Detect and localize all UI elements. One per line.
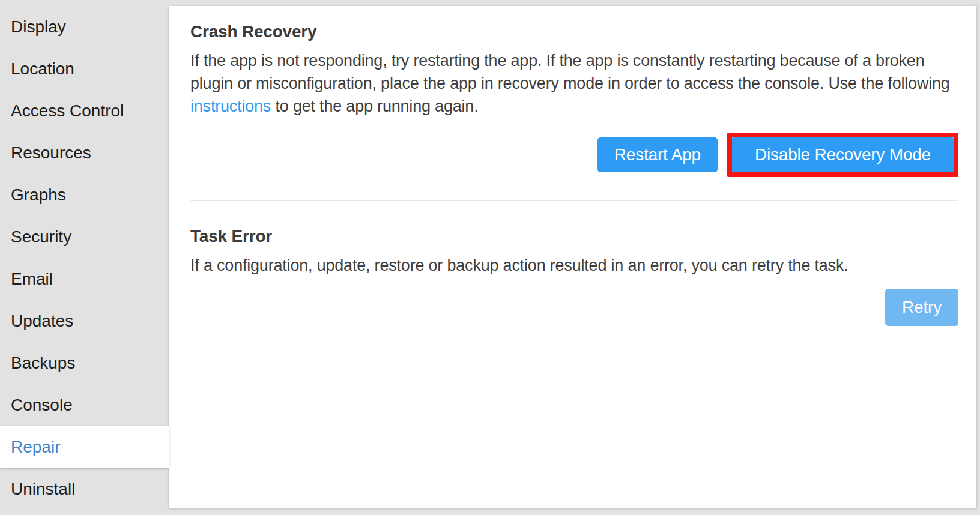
sidebar-item-label: Display bbox=[11, 17, 66, 37]
sidebar-item-backups[interactable]: Backups bbox=[0, 342, 169, 384]
sidebar-item-label: Console bbox=[11, 396, 73, 415]
crash-recovery-section: Crash Recovery If the app is not respond… bbox=[190, 20, 958, 201]
crash-recovery-description: If the app is not responding, try restar… bbox=[190, 49, 958, 118]
crash-recovery-title: Crash Recovery bbox=[190, 20, 958, 43]
sidebar-item-uninstall[interactable]: Uninstall bbox=[0, 468, 169, 510]
sidebar-item-access-control[interactable]: Access Control bbox=[0, 90, 169, 132]
sidebar-item-location[interactable]: Location bbox=[0, 48, 169, 90]
sidebar: DisplayLocationAccess ControlResourcesGr… bbox=[0, 0, 169, 515]
sidebar-item-label: Access Control bbox=[11, 101, 124, 121]
annotation-highlight-box: Disable Recovery Mode bbox=[727, 133, 958, 177]
disable-recovery-mode-button[interactable]: Disable Recovery Mode bbox=[732, 137, 954, 172]
task-error-actions: Retry bbox=[190, 289, 958, 326]
crash-recovery-description-text: If the app is not responding, try restar… bbox=[190, 52, 950, 92]
restart-app-button[interactable]: Restart App bbox=[597, 137, 718, 172]
sidebar-item-console[interactable]: Console bbox=[0, 384, 169, 426]
sidebar-item-label: Uninstall bbox=[11, 480, 75, 499]
sidebar-item-label: Location bbox=[11, 59, 74, 79]
crash-recovery-description-text-end: to get the app running again. bbox=[271, 97, 478, 115]
sidebar-item-updates[interactable]: Updates bbox=[0, 300, 169, 342]
task-error-section: Task Error If a configuration, update, r… bbox=[190, 225, 958, 326]
sidebar-item-label: Backups bbox=[11, 354, 75, 373]
sidebar-item-label: Graphs bbox=[11, 185, 66, 205]
section-divider bbox=[190, 200, 958, 201]
sidebar-item-email[interactable]: Email bbox=[0, 258, 169, 300]
sidebar-item-repair[interactable]: Repair bbox=[0, 426, 169, 468]
sidebar-item-label: Security bbox=[11, 227, 71, 247]
task-error-description: If a configuration, update, restore or b… bbox=[190, 254, 958, 277]
sidebar-item-resources[interactable]: Resources bbox=[0, 132, 169, 174]
instructions-link[interactable]: instructions bbox=[190, 97, 271, 115]
settings-page: DisplayLocationAccess ControlResourcesGr… bbox=[0, 0, 980, 515]
content-panel: Crash Recovery If the app is not respond… bbox=[169, 6, 976, 508]
retry-button[interactable]: Retry bbox=[885, 289, 958, 326]
crash-recovery-actions: Restart App Disable Recovery Mode bbox=[190, 133, 958, 177]
sidebar-item-graphs[interactable]: Graphs bbox=[0, 174, 169, 216]
sidebar-item-label: Resources bbox=[11, 143, 91, 163]
sidebar-item-security[interactable]: Security bbox=[0, 216, 169, 258]
sidebar-item-label: Repair bbox=[11, 438, 60, 457]
sidebar-item-label: Updates bbox=[11, 312, 73, 331]
task-error-title: Task Error bbox=[190, 225, 958, 248]
sidebar-item-display[interactable]: Display bbox=[0, 6, 169, 48]
sidebar-item-label: Email bbox=[11, 270, 53, 289]
